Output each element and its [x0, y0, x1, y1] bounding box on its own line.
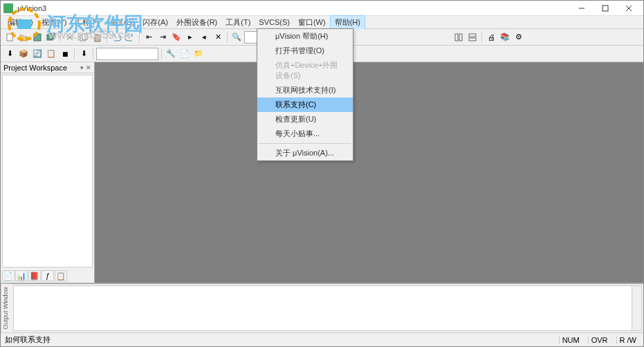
output-window-label: Output Window	[1, 284, 12, 332]
print-icon[interactable]: 🖨	[485, 31, 497, 44]
help-item-about[interactable]: 关于 μVision(A)...	[257, 146, 353, 160]
menu-svcs[interactable]: SVCS(S)	[255, 17, 294, 28]
menu-project[interactable]: 工程(P)	[71, 16, 104, 29]
close-button[interactable]	[617, 1, 641, 15]
tab-regs-icon[interactable]: 📊	[15, 270, 28, 281]
help-item-contact-support[interactable]: 联系支持(C)	[257, 97, 353, 112]
help-item-tip-of-day[interactable]: 每天小贴事...	[257, 126, 353, 141]
svg-rect-16	[459, 34, 462, 41]
svg-rect-15	[455, 34, 458, 41]
project-panel-header: Project Workspace ▾ ✕	[1, 62, 94, 73]
menu-help[interactable]: 帮助(H)	[330, 15, 365, 30]
minimize-button[interactable]	[570, 1, 594, 15]
output-panel: Output Window ⏮ ◀ ▶ ⏭ 创建 命令 在文件中查找 ◀ ▶	[1, 283, 643, 332]
build-icon[interactable]: 📦	[17, 48, 30, 60]
options-icon[interactable]: ⚙	[513, 31, 525, 44]
tab-books-icon[interactable]: 📕	[28, 270, 41, 281]
manage-icon[interactable]: 📁	[192, 48, 205, 60]
menubar: 编辑(E) 视图(V) 工程(P) 调试(D) 闪存(A) 外围设备(R) 工具…	[1, 16, 643, 29]
output-vscroll[interactable]	[632, 286, 641, 330]
svg-rect-13	[82, 34, 87, 39]
target-options-icon[interactable]: 🔧	[165, 48, 177, 60]
indent-right-icon[interactable]: ⇥	[156, 31, 169, 44]
help-item-internet-support[interactable]: 互联网技术支持(I)	[257, 83, 353, 97]
menu-edit[interactable]: 编辑(E)	[3, 16, 37, 29]
copy-icon[interactable]	[77, 31, 90, 44]
project-tree[interactable]	[2, 75, 93, 268]
save-icon[interactable]	[31, 31, 44, 44]
status-num: NUM	[559, 336, 582, 344]
help-item-uvision-help[interactable]: μVision 帮助(H)	[257, 29, 353, 44]
status-rw: R /W	[616, 336, 639, 344]
window-tile-icon[interactable]	[452, 31, 465, 44]
find-icon[interactable]: 🔍	[230, 31, 243, 44]
cut-icon[interactable]	[64, 31, 76, 44]
maximize-button[interactable]	[594, 1, 617, 15]
rebuild-icon[interactable]: 🔄	[31, 48, 44, 60]
undo-icon[interactable]	[110, 31, 122, 44]
menu-tools[interactable]: 工具(T)	[221, 16, 255, 29]
app-icon	[3, 3, 13, 13]
project-panel-tabs: 📄 📊 📕 ƒ 📋	[1, 269, 94, 283]
help-item-open-books[interactable]: 打开书管理(O)	[257, 44, 353, 58]
project-workspace-panel: Project Workspace ▾ ✕ 📄 📊 📕 ƒ 📋	[1, 62, 95, 283]
svg-rect-9	[49, 33, 55, 39]
output-body[interactable]	[13, 285, 642, 331]
project-panel-title: Project Workspace	[3, 64, 67, 72]
help-item-check-update[interactable]: 检查更新(U)	[257, 112, 353, 126]
window-cascade-icon[interactable]	[466, 31, 479, 44]
file-ext-icon[interactable]: 📄	[178, 48, 191, 60]
paste-icon[interactable]	[91, 31, 104, 44]
books-icon[interactable]: 📚	[499, 31, 511, 44]
menu-debug[interactable]: 调试(D)	[104, 16, 138, 29]
bookmark-clear-icon[interactable]: ✕	[212, 31, 224, 44]
menu-window[interactable]: 窗口(W)	[294, 16, 330, 29]
target-combo[interactable]	[96, 48, 158, 60]
svg-rect-6	[7, 34, 12, 41]
editor-area[interactable]	[95, 62, 643, 283]
open-file-icon[interactable]	[17, 31, 30, 44]
save-all-icon[interactable]	[45, 31, 57, 44]
svg-rect-17	[469, 34, 476, 37]
status-ovr: OVR	[588, 336, 611, 344]
svg-rect-14	[95, 35, 100, 41]
help-dropdown: μVision 帮助(H) 打开书管理(O) 仿真+Device+外围设备(S)…	[257, 28, 353, 161]
panel-pin-icon[interactable]: ▾ ✕	[80, 64, 91, 71]
bookmark-prev-icon[interactable]: ◂	[198, 31, 210, 44]
menu-flash[interactable]: 闪存(A)	[138, 16, 172, 29]
new-file-icon[interactable]	[3, 31, 16, 44]
svg-rect-7	[34, 34, 41, 41]
menu-peripherals[interactable]: 外围设备(R)	[172, 16, 221, 29]
stop-build-icon[interactable]: ⏹	[59, 48, 71, 60]
tab-files-icon[interactable]: 📄	[2, 270, 15, 281]
batch-build-icon[interactable]: 📋	[45, 48, 57, 60]
redo-icon[interactable]	[124, 31, 136, 44]
bookmark-icon[interactable]: 🔖	[170, 31, 183, 44]
statusbar: 如何联系支持 NUM OVR R /W	[1, 332, 643, 346]
translate-icon[interactable]: ⬇	[3, 48, 16, 60]
svg-rect-18	[469, 38, 476, 41]
download-icon[interactable]: ⬇	[77, 48, 90, 60]
bookmark-next-icon[interactable]: ▸	[184, 31, 196, 44]
menu-separator	[259, 143, 351, 144]
svg-rect-3	[602, 6, 608, 11]
tab-func-icon[interactable]: ƒ	[42, 270, 54, 281]
indent-left-icon[interactable]: ⇤	[142, 31, 155, 44]
tab-temp-icon[interactable]: 📋	[55, 270, 67, 281]
status-text: 如何联系支持	[5, 335, 50, 345]
window-title: μVision3	[17, 4, 570, 12]
titlebar: μVision3	[1, 1, 643, 16]
help-item-sim-device: 仿真+Device+外围设备(S)	[257, 58, 353, 83]
menu-view[interactable]: 视图(V)	[37, 16, 71, 29]
